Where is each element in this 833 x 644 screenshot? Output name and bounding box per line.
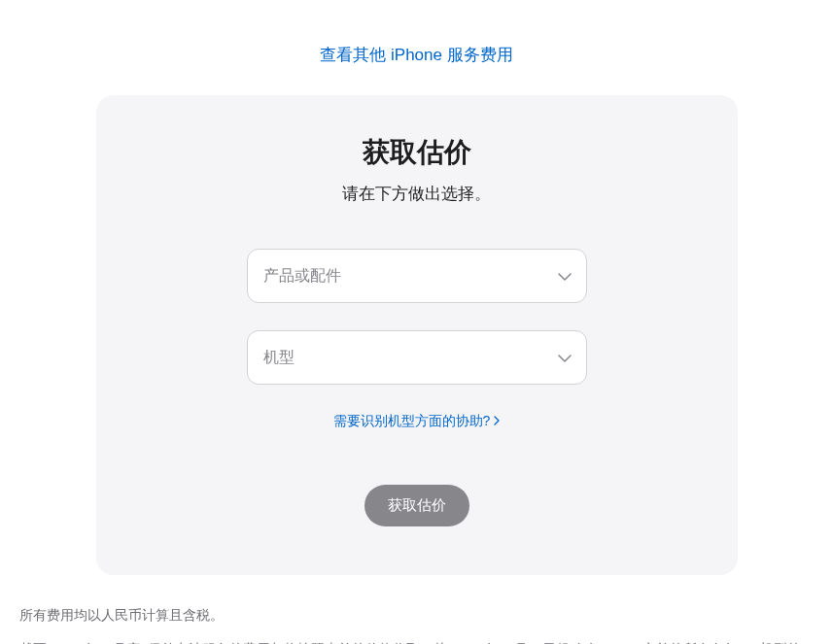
top-link-container: 查看其他 iPhone 服务费用 xyxy=(10,10,823,95)
card-title: 获取估价 xyxy=(145,134,689,171)
model-select-wrapper: 机型 xyxy=(247,330,587,385)
product-select[interactable]: 产品或配件 xyxy=(247,249,587,303)
footer-text: 所有费用均以人民币计算且含税。 截至 2023 年 2 月底, 保外电池服务的费… xyxy=(10,575,823,644)
footer-line2: 截至 2023 年 2 月底, 保外电池服务的费用都将按照当前的价格收取。从 2… xyxy=(19,636,814,644)
get-estimate-button[interactable]: 获取估价 xyxy=(364,485,469,526)
estimate-card: 获取估价 请在下方做出选择。 产品或配件 机型 需要识别机型方面的协助? xyxy=(96,95,738,575)
help-link-label: 需要识别机型方面的协助? xyxy=(333,413,491,430)
footer-line1: 所有费用均以人民币计算且含税。 xyxy=(19,602,814,628)
help-identify-link[interactable]: 需要识别机型方面的协助? xyxy=(333,413,501,430)
product-select-wrapper: 产品或配件 xyxy=(247,249,587,303)
footer-line2-part1: 截至 2023 年 2 月底, 保外电池服务的费用都将按照当前的价格收取。从 2… xyxy=(19,641,801,644)
card-subtitle: 请在下方做出选择。 xyxy=(145,183,689,205)
other-services-link[interactable]: 查看其他 iPhone 服务费用 xyxy=(320,46,512,64)
chevron-right-icon xyxy=(494,415,500,428)
model-select[interactable]: 机型 xyxy=(247,330,587,385)
